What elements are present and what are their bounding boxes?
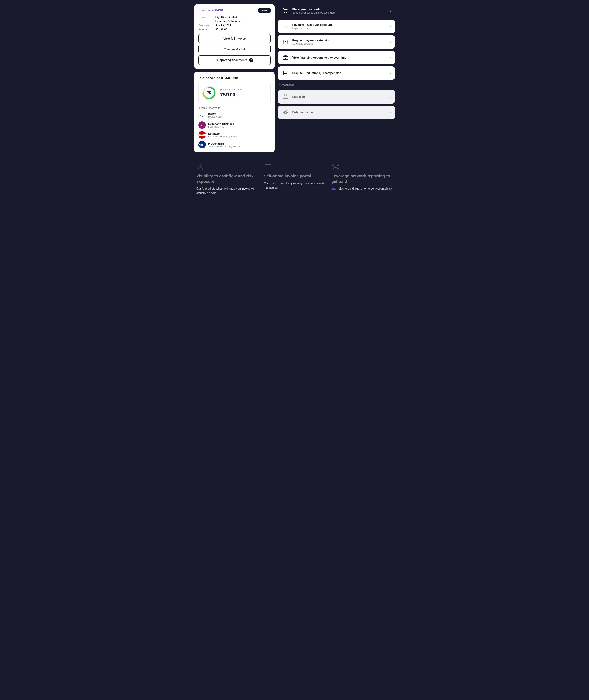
financing-title: View financing options to pay over time	[292, 56, 387, 59]
svg-line-36	[336, 167, 338, 168]
svg-rect-14	[283, 25, 288, 28]
bureau-list: & D B D&B® PAYDEX Score e:	[198, 112, 270, 148]
pay-now-chevron-icon: ›	[390, 24, 391, 29]
financing-card[interactable]: View financing options to pay over time …	[278, 51, 395, 64]
left-column: Invoice #58430 Unpaid From HighRise Limi…	[194, 4, 275, 152]
svg-point-29	[332, 165, 333, 166]
bottom-heading-3: Leverage network reporting to get paid	[331, 173, 393, 184]
financing-text: View financing options to pay over time	[292, 56, 387, 59]
amount-value: $5 492.00	[215, 28, 271, 31]
bottom-section: Visibility to cashflow and risk exposure…	[194, 157, 395, 201]
svg-point-30	[338, 165, 339, 166]
briefcase-icon	[281, 53, 289, 61]
bureau-fico: FICO FICO® SBSS Small Business Scoring S…	[198, 141, 270, 148]
score-display: 75/100	[220, 92, 235, 98]
donut-label: 75	[202, 86, 216, 100]
late-fees-text: Late fees	[292, 95, 387, 99]
svg-point-32	[338, 168, 339, 169]
fico-text: FICO® SBSS Small Business Scoring Servic…	[208, 142, 240, 148]
next-order-card[interactable]: Place your next order Special offer base…	[278, 4, 395, 18]
inv-brand: inv.	[331, 187, 336, 190]
clock-icon	[281, 38, 289, 46]
bottom-body-2: Clients can proactively manage any issue…	[264, 181, 325, 190]
extension-sub: Subject to approval	[292, 42, 387, 45]
pay-now-card[interactable]: Pay now – Get a 2% discount Expires in 9…	[278, 20, 395, 33]
bottom-body-1: Our AI predicts when will any given invo…	[196, 186, 258, 195]
dnb-name: D&B®	[208, 113, 223, 116]
view-invoice-button[interactable]: View full invoice	[198, 34, 270, 43]
dnb-sub: PAYDEX Score	[208, 116, 223, 118]
svg-text:EQUIFAX: EQUIFAX	[199, 134, 204, 136]
experian-name: Experian® Business	[208, 122, 234, 126]
dispute-text: Dispute, Deductions, Discrepencies	[292, 72, 387, 75]
timeline-chat-button[interactable]: Timeline & chat	[198, 45, 270, 53]
score-donut: 75	[202, 86, 216, 100]
due-value: Jun 19, 2024	[215, 24, 271, 27]
debt-mediation-icon	[281, 109, 289, 116]
dispute-icon	[281, 69, 289, 77]
invoice-card: Invoice #58430 Unpaid From HighRise Limi…	[194, 4, 275, 69]
dispute-title: Dispute, Deductions, Discrepencies	[292, 72, 387, 75]
bottom-body-3: inv. helps to build trust or enforce acc…	[331, 186, 393, 191]
experian-logo: e:	[198, 121, 206, 129]
bottom-heading-2: Self-serve invoice portal	[264, 173, 325, 179]
unpaid-badge: Unpaid	[258, 8, 270, 13]
score-chevron-icon[interactable]: ›	[237, 93, 238, 97]
svg-point-25	[199, 165, 202, 167]
to-value: Lumitech Solutions	[215, 20, 271, 23]
svg-line-35	[333, 167, 335, 168]
invoice-header: Invoice #58430 Unpaid	[198, 8, 270, 13]
debt-mediation-text: Debt mediation	[292, 111, 387, 114]
late-fees-card[interactable]: Late fees ›	[278, 90, 395, 104]
extension-card[interactable]: Request payment extension Subject to app…	[278, 35, 395, 49]
score-card: inv. score of ACME Inc. 75	[194, 72, 275, 152]
debt-mediation-title: Debt mediation	[292, 111, 387, 114]
extension-text: Request payment extension Subject to app…	[292, 39, 387, 45]
reported-label: Invoice reported to:	[198, 107, 270, 110]
equifax-sub: Business Delinquency Score	[208, 135, 237, 138]
debt-mediation-chevron-icon: ›	[390, 110, 391, 115]
pay-now-title: Pay now – Get a 2% discount	[292, 23, 387, 26]
debt-mediation-card[interactable]: Debt mediation ›	[278, 106, 395, 119]
overdue-section-label: If overdue	[278, 82, 395, 88]
supporting-docs-button[interactable]: Supporting documents 2	[198, 55, 270, 65]
dnb-text: D&B® PAYDEX Score	[208, 113, 223, 118]
pay-now-sub: Expires in 9 days	[292, 27, 387, 30]
from-value: HighRise Limited	[215, 16, 271, 19]
svg-point-18	[285, 58, 286, 58]
late-fees-icon	[281, 93, 289, 101]
pay-now-text: Pay now – Get a 2% discount Expires in 9…	[292, 23, 387, 30]
svg-point-13	[286, 12, 287, 13]
equifax-name: Equifax®	[208, 132, 237, 135]
pay-now-bold: 2% discount	[315, 23, 332, 26]
portal-icon	[264, 163, 272, 171]
extension-title: Request payment extension	[292, 39, 387, 42]
cart-icon	[281, 7, 289, 15]
svg-point-12	[284, 12, 285, 13]
svg-line-33	[333, 165, 335, 166]
next-order-title: Place your next order	[292, 8, 387, 11]
dispute-chevron-icon: ›	[390, 71, 391, 75]
next-order-chevron-icon: ›	[390, 9, 391, 13]
brand-inv: inv.	[198, 76, 204, 80]
svg-rect-27	[265, 164, 271, 169]
svg-point-31	[332, 168, 333, 169]
supporting-docs-label: Supporting documents	[216, 58, 247, 61]
docs-count-badge: 2	[249, 58, 253, 62]
next-order-text: Place your next order Special offer base…	[292, 8, 387, 14]
dnb-logo: & D B	[198, 112, 206, 119]
svg-point-15	[286, 27, 287, 27]
dispute-card[interactable]: Dispute, Deductions, Discrepencies ›	[278, 66, 395, 80]
cashflow-icon	[196, 163, 204, 171]
right-column: Place your next order Special offer base…	[278, 4, 395, 152]
network-icon	[331, 163, 340, 171]
svg-text:FICO: FICO	[199, 144, 204, 146]
invoice-title-text: Invoice	[198, 8, 210, 12]
svg-text:e:: e:	[200, 124, 203, 127]
equifax-logo: EQUIFAX	[198, 131, 206, 139]
invoice-title: Invoice #58430	[198, 8, 223, 12]
bottom-item-1: Visibility to cashflow and risk exposure…	[196, 163, 258, 195]
brand-suffix: score of ACME Inc.	[206, 76, 239, 80]
invoice-number: #58430	[211, 8, 223, 12]
bottom-heading-1: Visibility to cashflow and risk exposure	[196, 173, 258, 184]
